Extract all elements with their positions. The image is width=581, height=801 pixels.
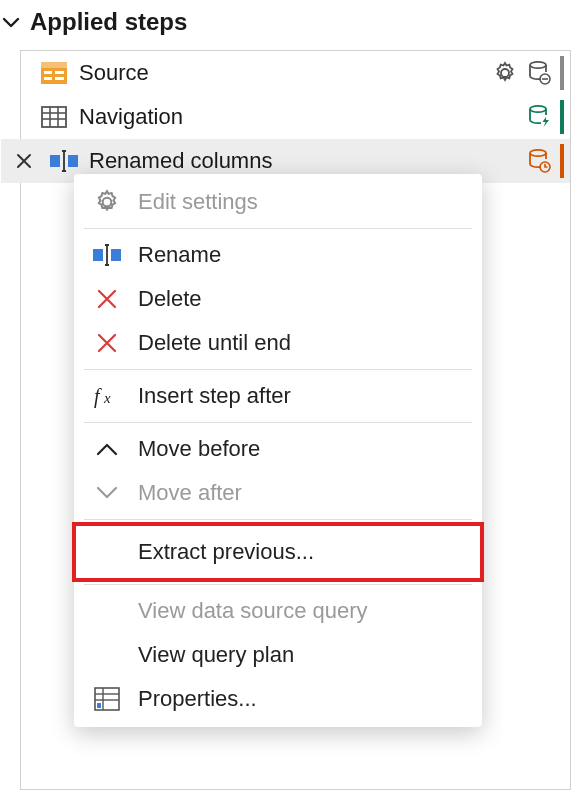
database-minus-icon[interactable]	[524, 58, 554, 88]
svg-point-17	[530, 150, 546, 156]
menu-properties[interactable]: Properties...	[74, 677, 482, 721]
svg-text:f: f	[94, 385, 102, 408]
svg-rect-3	[44, 77, 52, 80]
menu-label: View data source query	[138, 598, 368, 624]
step-row-navigation[interactable]: Navigation	[21, 95, 570, 139]
svg-rect-27	[97, 703, 101, 708]
menu-edit-settings: Edit settings	[74, 180, 482, 224]
menu-label: Insert step after	[138, 383, 291, 409]
gear-icon	[92, 187, 122, 217]
step-right-icons	[524, 100, 564, 134]
menu-move-after: Move after	[74, 471, 482, 515]
menu-move-before[interactable]: Move before	[74, 427, 482, 471]
svg-rect-1	[41, 62, 67, 68]
svg-point-6	[530, 62, 546, 68]
svg-rect-5	[55, 77, 64, 80]
menu-view-query-plan[interactable]: View query plan	[74, 633, 482, 677]
menu-separator	[84, 584, 472, 585]
chevron-down-icon	[92, 478, 122, 508]
menu-label: Delete	[138, 286, 202, 312]
menu-label: Edit settings	[138, 189, 258, 215]
menu-delete[interactable]: Delete	[74, 277, 482, 321]
step-label: Navigation	[79, 104, 514, 130]
expand-collapse-toggle[interactable]	[2, 13, 20, 31]
step-row-source[interactable]: Source	[21, 51, 570, 95]
step-right-icons	[524, 144, 564, 178]
menu-separator	[84, 519, 472, 520]
menu-extract-previous[interactable]: Extract previous...	[74, 524, 482, 580]
svg-rect-2	[44, 71, 52, 74]
menu-label: Extract previous...	[138, 539, 314, 565]
status-pipe	[560, 144, 564, 178]
menu-label: Move after	[138, 480, 242, 506]
status-pipe	[560, 100, 564, 134]
menu-insert-step-after[interactable]: f x Insert step after	[74, 374, 482, 418]
menu-label: Properties...	[138, 686, 257, 712]
source-icon	[39, 58, 69, 88]
rename-icon	[92, 240, 122, 270]
context-menu: Edit settings Rename Delete Delete until…	[74, 174, 482, 727]
menu-label: View query plan	[138, 642, 294, 668]
database-lightning-icon[interactable]	[524, 102, 554, 132]
svg-rect-19	[93, 249, 103, 261]
svg-rect-4	[55, 71, 64, 74]
panel-header: Applied steps	[0, 0, 581, 44]
rename-columns-icon	[49, 146, 79, 176]
menu-label: Move before	[138, 436, 260, 462]
table-icon	[39, 102, 69, 132]
menu-separator	[84, 228, 472, 229]
menu-view-data-source-query: View data source query	[74, 589, 482, 633]
menu-delete-until-end[interactable]: Delete until end	[74, 321, 482, 365]
step-label: Renamed columns	[89, 148, 514, 174]
status-pipe	[560, 56, 564, 90]
menu-label: Rename	[138, 242, 221, 268]
delete-icon	[92, 328, 122, 358]
svg-rect-16	[68, 155, 78, 167]
chevron-up-icon	[92, 434, 122, 464]
delete-step-button[interactable]	[9, 151, 39, 171]
fx-icon: f x	[92, 381, 122, 411]
delete-icon	[92, 284, 122, 314]
svg-point-14	[530, 106, 546, 112]
panel-title: Applied steps	[30, 8, 187, 36]
menu-label: Delete until end	[138, 330, 291, 356]
menu-separator	[84, 369, 472, 370]
properties-icon	[92, 684, 122, 714]
database-clock-icon[interactable]	[524, 146, 554, 176]
svg-rect-20	[111, 249, 121, 261]
svg-rect-9	[42, 107, 66, 127]
menu-separator	[84, 422, 472, 423]
gear-icon[interactable]	[490, 58, 520, 88]
svg-rect-15	[50, 155, 60, 167]
menu-rename[interactable]: Rename	[74, 233, 482, 277]
step-label: Source	[79, 60, 480, 86]
step-right-icons	[490, 56, 564, 90]
svg-text:x: x	[103, 390, 111, 406]
